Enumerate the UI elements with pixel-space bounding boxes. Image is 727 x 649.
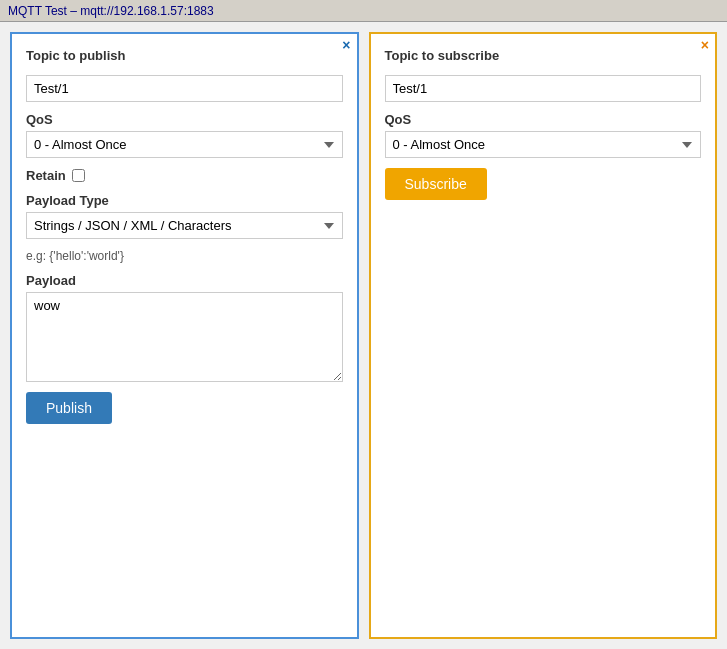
retain-group: Retain (26, 168, 343, 183)
publish-panel: × Topic to publish QoS 0 - Almost Once 1… (10, 32, 359, 639)
subscribe-button[interactable]: Subscribe (385, 168, 487, 200)
payload-hint: e.g: {'hello':'world'} (26, 249, 343, 263)
retain-checkbox[interactable] (72, 169, 85, 182)
subscribe-topic-input[interactable] (385, 75, 702, 102)
subscribe-panel-title: Topic to subscribe (385, 48, 702, 63)
publish-button[interactable]: Publish (26, 392, 112, 424)
payload-type-label: Payload Type (26, 193, 343, 208)
publish-panel-close[interactable]: × (342, 38, 350, 52)
subscribe-topic-group (385, 75, 702, 102)
title-text: MQTT Test – mqtt://192.168.1.57:1883 (8, 4, 214, 18)
subscribe-qos-group: QoS 0 - Almost Once 1 - At Least Once 2 … (385, 112, 702, 158)
payload-group: Payload wow (26, 273, 343, 382)
payload-type-group: Payload Type Strings / JSON / XML / Char… (26, 193, 343, 239)
publish-topic-group (26, 75, 343, 102)
title-bar: MQTT Test – mqtt://192.168.1.57:1883 (0, 0, 727, 22)
retain-label: Retain (26, 168, 66, 183)
subscribe-panel: × Topic to subscribe QoS 0 - Almost Once… (369, 32, 718, 639)
payload-type-select[interactable]: Strings / JSON / XML / Characters Base64… (26, 212, 343, 239)
publish-qos-label: QoS (26, 112, 343, 127)
subscribe-qos-select[interactable]: 0 - Almost Once 1 - At Least Once 2 - Ex… (385, 131, 702, 158)
payload-label: Payload (26, 273, 343, 288)
subscribe-qos-label: QoS (385, 112, 702, 127)
publish-qos-group: QoS 0 - Almost Once 1 - At Least Once 2 … (26, 112, 343, 158)
publish-panel-title: Topic to publish (26, 48, 343, 63)
publish-topic-input[interactable] (26, 75, 343, 102)
publish-qos-select[interactable]: 0 - Almost Once 1 - At Least Once 2 - Ex… (26, 131, 343, 158)
payload-textarea[interactable]: wow (26, 292, 343, 382)
subscribe-panel-close[interactable]: × (701, 38, 709, 52)
